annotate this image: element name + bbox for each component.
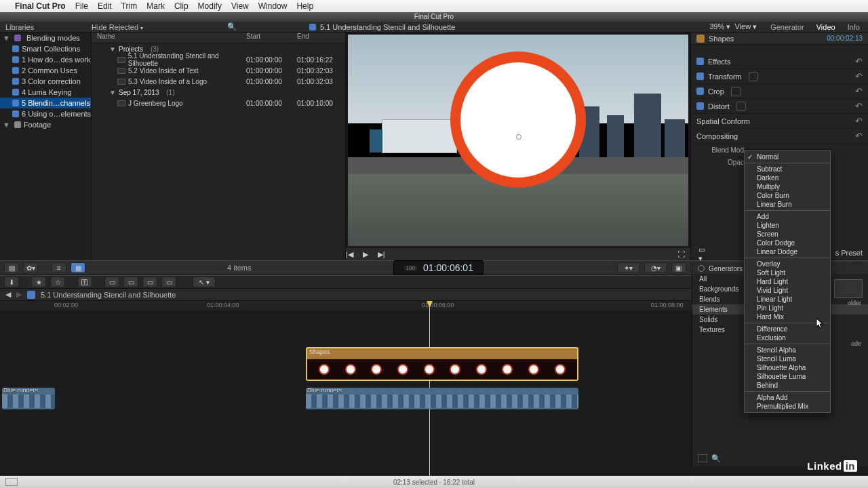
next-frame-icon[interactable]: ▶| [378,250,385,259]
hide-rejected-dropdown[interactable]: Hide Rejected ▾ [92,23,227,31]
play-icon[interactable]: ▶ [363,250,368,259]
blend-option[interactable]: Subtract [745,165,830,174]
reset-icon[interactable]: ↶ [855,56,863,66]
fullscreen-icon[interactable]: ⛶ [677,250,685,258]
reset-icon[interactable]: ↶ [855,101,863,111]
sidebar-item[interactable]: 3 Color correction [0,76,91,87]
browser-row[interactable]: 5.1 Understanding Stencil and Silhouette… [92,54,345,65]
clip-blue-runners[interactable]: Blue runners [2,388,55,409]
app-name[interactable]: Final Cut Pro [15,1,66,11]
enhance-icon[interactable]: ▣ [671,262,686,273]
sidebar-item[interactable]: 2 Common Uses [0,65,91,76]
blend-option[interactable]: Color Dodge [745,239,830,247]
clip-shapes[interactable]: Shapes [306,347,578,381]
filmstrip-view-icon[interactable]: ▦ [71,262,85,273]
reset-icon[interactable]: ↶ [855,71,863,81]
forward-icon[interactable]: ▶ [16,290,22,299]
tab-generator[interactable]: Generator [770,23,804,31]
menu-edit[interactable]: Edit [98,1,112,11]
section-distort[interactable]: Distort↶ [691,99,868,114]
menu-modify[interactable]: Modify [198,1,222,11]
blend-option[interactable]: Stencil Luma [745,354,830,363]
browser-row[interactable]: J Greenberg Logo01:00:00:0001:00:10:00 [92,98,345,108]
append-icon[interactable]: ▭ [142,277,157,287]
blend-option[interactable]: Normal [745,152,830,161]
macos-menubar[interactable]: Final Cut Pro File Edit Trim Mark Clip M… [0,0,868,12]
blend-option[interactable]: Stencil Alpha [745,346,830,354]
retime-icon[interactable]: ◔▾ [644,262,667,273]
section-spatial[interactable]: Spatial Conform↶ [691,114,868,129]
blend-option[interactable]: Exclusion [745,333,830,342]
reset-icon[interactable]: ↶ [855,116,863,126]
menu-clip[interactable]: Clip [174,1,189,11]
sidebar-item[interactable]: Smart Collections [0,43,91,54]
reset-icon[interactable]: ↶ [855,131,863,141]
blend-option[interactable]: Darken [745,174,830,182]
viewer-canvas[interactable] [348,35,688,246]
effects-icon[interactable]: ✦▾ [617,262,640,273]
blend-option[interactable]: Hard Light [745,277,830,286]
blend-option[interactable]: Linear Light [745,295,830,304]
sidebar-item[interactable]: 6 Using o…elements [0,108,91,119]
reset-icon[interactable]: ↶ [855,86,863,96]
overwrite-icon[interactable]: ▭ [161,277,176,287]
generator-thumb[interactable] [834,279,863,298]
checkbox-icon[interactable] [696,73,704,80]
search-icon[interactable]: 🔍 [227,22,237,31]
blend-option[interactable]: Linear Burn [745,200,830,209]
menu-mark[interactable]: Mark [146,1,165,11]
tab-video[interactable]: Video [816,23,835,31]
show-icon[interactable] [731,87,741,96]
menu-trim[interactable]: Trim [121,1,138,11]
blend-option[interactable]: Silhouette Luma [745,372,830,381]
col-end[interactable]: End [297,33,344,43]
section-effects[interactable]: Effects↶ [691,54,868,69]
menu-view[interactable]: View [231,1,249,11]
list-view-icon[interactable]: ≡ [52,262,66,273]
keyword-icon[interactable]: ★ [31,277,46,287]
key-icon[interactable]: ⚿ [77,277,92,287]
blend-option[interactable]: Behind [745,381,830,390]
arrow-tool-icon[interactable]: ↖ ▾ [193,277,216,287]
checkbox-icon[interactable] [696,87,704,95]
checkbox-icon[interactable] [696,58,704,65]
show-icon[interactable] [749,72,758,81]
blend-option[interactable]: Alpha Add [745,393,830,402]
back-icon[interactable]: ◀ [5,290,11,299]
timeline-ruler[interactable]: 00:02:00 01:00:04:00 01:00:06:00 01:00:0… [0,301,692,310]
blend-option[interactable]: Silhouette Alpha [745,363,830,372]
checkbox-icon[interactable] [696,102,704,110]
blend-option[interactable]: Color Burn [745,191,830,200]
sidebar-root[interactable]: ▼Blending modes [0,33,91,43]
viewer-zoom[interactable]: 39% ▾ View ▾ [709,22,762,31]
blend-mode-menu[interactable]: Normal Subtract Darken Multiply Color Bu… [744,150,831,413]
menu-file[interactable]: File [75,1,88,11]
menu-help[interactable]: Help [296,1,313,11]
dashboard-icon[interactable] [5,478,18,486]
section-compositing[interactable]: Compositing↶ [691,129,868,144]
insert-icon[interactable]: ▭ [123,277,138,287]
menu-window[interactable]: Window [258,1,288,11]
crop-tool-icon[interactable]: ▭ ▾ [698,245,705,263]
col-name[interactable]: Name [97,33,246,43]
sidebar-item[interactable]: 1 How do…des work [0,54,91,65]
blend-option[interactable]: Multiply [745,182,830,191]
blend-option[interactable]: Premultiplied Mix [745,402,830,411]
clip-blue-runners[interactable]: Blue runners [306,388,578,409]
gear-icon[interactable]: ✿▾ [23,262,38,273]
import-icon[interactable]: ⬇ [4,277,19,287]
connect-icon[interactable]: ▭ [104,277,119,287]
search-icon[interactable]: 🔍 [711,454,721,463]
sidebar-item-selected[interactable]: 5 Blendin…channels [0,98,91,108]
sidebar-footage[interactable]: ▼Footage [0,119,91,130]
blend-option[interactable]: Add [745,212,830,221]
col-start[interactable]: Start [246,33,297,43]
anchor-point-icon[interactable] [516,134,521,140]
section-crop[interactable]: Crop↶ [691,84,868,99]
prev-frame-icon[interactable]: |◀ [346,250,353,259]
browser-row[interactable]: 5.2 Video Inside of Text01:00:00:0001:00… [92,65,345,76]
sidebar-item[interactable]: 4 Luma Keying [0,87,91,98]
blend-option[interactable]: Lighten [745,221,830,230]
blend-option[interactable]: Vivid Light [745,286,830,295]
blend-option[interactable]: Soft Light [745,268,830,277]
